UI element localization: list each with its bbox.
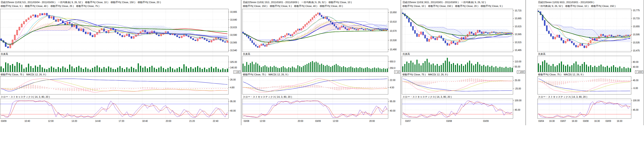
- chart-canvas[interactable]: 10,65010,61010,57010,53010,490650.0250.0…: [242, 0, 401, 123]
- svg-text:45.00: 45.00: [515, 109, 520, 111]
- svg-text:10,715: 10,715: [633, 17, 640, 20]
- svg-text:10,515: 10,515: [515, 41, 522, 44]
- svg-text:10,665: 10,665: [230, 11, 237, 13]
- volume-label: 出来高: [243, 53, 250, 55]
- chart-indicator-list: 移動平均( Close, 5 ) 移動平均( Close, 40 ) 移動平均(…: [1, 5, 240, 8]
- volume-label: 出来高: [1, 53, 8, 55]
- svg-text:16:30: 16:30: [594, 120, 600, 122]
- svg-text:16:30: 16:30: [549, 120, 555, 122]
- svg-text:25.00: 25.00: [515, 79, 520, 82]
- svg-text:18:40: 18:40: [142, 120, 148, 122]
- svg-text:10,530: 10,530: [390, 39, 397, 42]
- svg-text:03/09: 03/09: [606, 120, 611, 122]
- svg-text:45.00: 45.00: [633, 79, 638, 82]
- svg-text:03/09: 03/09: [1, 120, 6, 122]
- chart-canvas[interactable]: 10,77510,71510,65510,59510,53510,47580.0…: [538, 0, 644, 123]
- svg-text:95.00: 95.00: [390, 100, 395, 103]
- svg-text:03/09: 03/09: [315, 120, 321, 122]
- stochastics-label: スロー・ストキャスティクス( 14, 3, 80, 20 ): [402, 96, 452, 98]
- svg-text:100.00: 100.00: [515, 99, 522, 102]
- volume-unit-badge: × 10: [394, 70, 400, 73]
- volume-unit-badge: × 100: [234, 70, 240, 73]
- svg-text:10,615: 10,615: [230, 26, 237, 29]
- volume-label: 出来高: [538, 53, 546, 55]
- svg-text:10,465: 10,465: [515, 49, 522, 51]
- svg-text:80.00: 80.00: [633, 61, 638, 63]
- svg-text:03/09: 03/09: [483, 120, 488, 122]
- svg-text:4.80: 4.80: [230, 86, 234, 89]
- svg-text:03/08: 03/08: [583, 120, 588, 122]
- svg-text:10,595: 10,595: [633, 33, 640, 36]
- svg-text:10,565: 10,565: [515, 33, 522, 36]
- stochastics-label: スロー・ストキャスティクス( 14, 3, 80, 20 ): [538, 96, 587, 98]
- svg-text:03/08: 03/08: [244, 120, 249, 122]
- volume-unit-badge: × 1000: [517, 70, 525, 73]
- svg-text:45.00: 45.00: [633, 109, 638, 111]
- chart-title: 日経225mini 11/03( 5分, 2011/03/04 - 2011/0…: [1, 1, 240, 4]
- svg-text:16:30: 16:30: [572, 120, 577, 122]
- svg-text:10,775: 10,775: [633, 9, 640, 12]
- svg-text:03/08: 03/08: [446, 120, 452, 122]
- svg-text:03/07: 03/07: [405, 120, 411, 122]
- chart-indicator-list: 移動平均( Close, 10 ) 移動平均( Close, 150 ) 移動平…: [402, 5, 525, 8]
- svg-text:10,570: 10,570: [390, 30, 397, 32]
- stochastics-label: スロー・ストキャスティクス( 14, 3, 80, 20 ): [1, 96, 50, 98]
- svg-text:10,540: 10,540: [230, 49, 237, 52]
- chart-indicator-list: 一目均衡表( 9, 26, 52 ) 移動平均( Close, 10 ) 移動平…: [538, 5, 643, 8]
- macd-label: 移動平均( Close, 75 ) MACD( 12, 26, 9 ): [538, 73, 584, 76]
- svg-text:21:20: 21:20: [189, 120, 195, 122]
- svg-text:40.00: 40.00: [390, 110, 395, 112]
- svg-text:12:00: 12:00: [260, 120, 265, 122]
- svg-text:10,615: 10,615: [515, 25, 522, 28]
- chart-canvas[interactable]: 10,66510,64010,61510,59010,56510,540325.…: [0, 0, 241, 123]
- svg-text:03/07: 03/07: [560, 120, 566, 122]
- svg-text:16:30: 16:30: [617, 120, 622, 122]
- svg-text:10,655: 10,655: [633, 25, 640, 28]
- svg-text:10,490: 10,490: [390, 48, 397, 51]
- chart-title: 日経225mini 11/03( 30分, 2011/03/01 - 2011/…: [402, 1, 525, 4]
- svg-text:110.00: 110.00: [515, 60, 521, 63]
- svg-text:95.00: 95.00: [230, 100, 236, 103]
- svg-text:40.00: 40.00: [633, 66, 638, 68]
- svg-text:03/04: 03/04: [538, 120, 544, 122]
- svg-text:26.00: 26.00: [230, 78, 236, 81]
- svg-text:17:20: 17:20: [119, 120, 124, 122]
- volume-label: 出来高: [402, 53, 410, 55]
- macd-label: 移動平均( Close, 75 ) MACD( 12, 26, 9 ): [1, 73, 46, 76]
- volume-unit-badge: × 1000: [635, 70, 643, 73]
- svg-text:325.00: 325.00: [230, 61, 237, 63]
- svg-text:22:40: 22:40: [213, 120, 218, 122]
- chart-indicator-list: 移動平均( Close, 150 ) 移動平均( Close, 5 ) 移動平均…: [243, 5, 400, 8]
- macd-label: 移動平均( Close, 75 ) MACD( 12, 26, 9 ): [243, 73, 288, 76]
- chart-panel-15min: 10,65010,61010,57010,53010,490650.0250.0…: [242, 0, 401, 125]
- svg-text:650.0: 650.0: [390, 60, 395, 63]
- chart-title: 日経225mini 11/03( 60分, 2011/03/01 - 2011/…: [538, 1, 643, 4]
- svg-text:250.0: 250.0: [390, 67, 395, 69]
- chart-panel-30min: 10,71510,66510,61510,56510,51510,465110.…: [402, 0, 526, 125]
- svg-text:10,665: 10,665: [515, 17, 522, 20]
- svg-text:-25.00: -25.00: [515, 88, 521, 90]
- svg-text:100.00: 100.00: [633, 99, 640, 102]
- chart-workspace: 10,66510,64010,61510,59010,56510,540325.…: [0, 0, 644, 161]
- svg-text:10,650: 10,650: [390, 11, 397, 14]
- chart-panel-5min: 10,66510,64010,61510,59010,56510,540325.…: [0, 0, 241, 125]
- svg-text:55.00: 55.00: [515, 65, 520, 68]
- svg-text:10:40: 10:40: [24, 120, 30, 122]
- svg-text:20:00: 20:00: [166, 120, 171, 122]
- svg-text:12:00: 12:00: [48, 120, 54, 122]
- svg-text:10,535: 10,535: [633, 41, 640, 44]
- svg-text:140.00: 140.00: [230, 66, 237, 69]
- macd-label: 移動平均( Close, 75 ) MACD( 12, 26, 9 ): [402, 73, 448, 76]
- svg-text:14:40: 14:40: [95, 120, 100, 122]
- chart-canvas[interactable]: 10,71510,66510,61510,56510,51510,465110.…: [402, 0, 526, 123]
- svg-text:40.00: 40.00: [230, 110, 236, 112]
- svg-text:4.50: 4.50: [390, 86, 394, 89]
- svg-text:-5.00: -5.00: [633, 87, 638, 90]
- svg-text:20:00: 20:00: [369, 120, 375, 122]
- svg-text:10,715: 10,715: [515, 9, 522, 12]
- svg-text:10,640: 10,640: [230, 19, 237, 21]
- chart-title: 日経225mini 11/03( 15分, 2011/03/01 - 2011/…: [243, 1, 400, 4]
- svg-text:20:00: 20:00: [298, 120, 303, 122]
- stochastics-label: スロー・ストキャスティクス( 14, 3, 80, 20 ): [243, 96, 292, 98]
- chart-panel-60min: 10,77510,71510,65510,59510,53510,47580.0…: [538, 0, 644, 125]
